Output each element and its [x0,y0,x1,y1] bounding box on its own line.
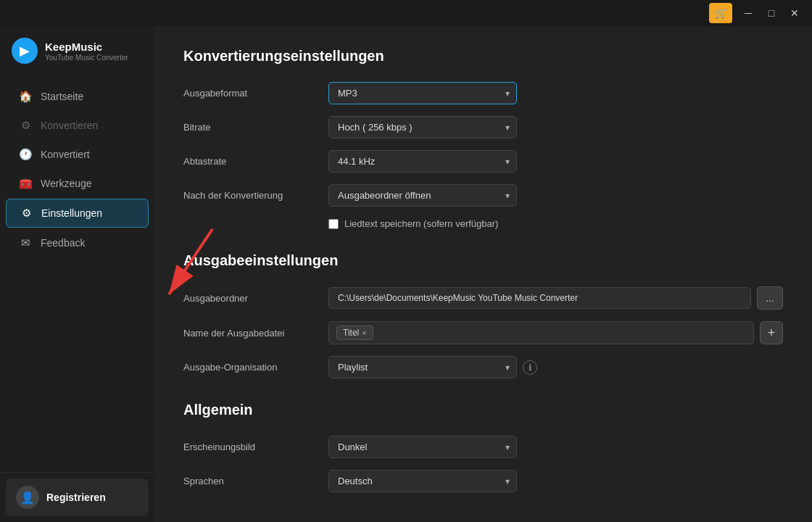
erscheinungsbild-row: Erscheinungsbild Dunkel Hell ▾ [183,436,783,458]
tools-icon: 🧰 [19,177,32,190]
konvertierung-title: Konvertierungseinstellungen [183,48,783,65]
liedtext-control: Liedtext speichern (sofern verfügbar) [328,218,783,229]
erscheinungsbild-select[interactable]: Dunkel Hell [328,436,517,458]
sidebar-item-einstellungen[interactable]: ⚙ Einstellungen [6,199,149,228]
register-label: Registrieren [46,492,106,503]
ausgabeformat-row: Ausgabeformat MP3 AAC FLAC WAV OGG ▾ [183,82,783,104]
nach-konvertierung-row: Nach der Konvertierung Ausgabeordner öff… [183,184,783,207]
abtastrate-control: 44.1 kHz 48 kHz 96 kHz ▾ [328,150,783,173]
sidebar-item-werkzeuge[interactable]: 🧰 Werkzeuge [6,170,149,197]
ausgabe-title: Ausgabeeinstellungen [183,252,783,269]
allgemein-title: Allgemein [183,402,783,418]
nach-konvertierung-wrapper: Ausgabeordner öffnen Nichts tun Anwendun… [328,184,517,207]
app-title-group: KeepMusic YouTube Music Converter [45,41,128,62]
sidebar-item-konvertiert[interactable]: 🕐 Konvertiert [6,141,149,168]
settings-icon: ⚙ [20,207,33,220]
nach-konvertierung-control: Ausgabeordner öffnen Nichts tun Anwendun… [328,184,783,207]
sidebar-nav: 🏠 Startseite ⚙ Konvertieren 🕐 Konvertier… [0,78,154,472]
sprachen-row: Sprachen Deutsch English Français Españo… [183,470,783,492]
allgemein-settings: Erscheinungsbild Dunkel Hell ▾ Sprache [183,436,783,492]
liedtext-checkbox[interactable] [328,219,339,229]
organisation-info-icon[interactable]: ℹ [523,360,537,375]
browse-button[interactable]: ... [757,286,783,310]
tag-titel[interactable]: Titel × [336,326,373,340]
organisation-wrapper: Playlist Künstler Album Keine ▾ [328,356,517,378]
clock-icon: 🕐 [19,148,32,161]
ausgabeordner-control: ... [328,286,783,310]
bitrate-label: Bitrate [183,122,328,133]
erscheinungsbild-wrapper: Dunkel Hell ▾ [328,436,517,458]
app-subtitle: YouTube Music Converter [45,54,128,62]
abtastrate-row: Abtastrate 44.1 kHz 48 kHz 96 kHz ▾ [183,150,783,173]
name-datei-control: Titel × + [328,321,783,344]
register-button[interactable]: 👤 Registrieren [6,478,149,516]
cart-button[interactable]: 🛒 [709,3,732,23]
maximize-button[interactable]: □ [760,3,783,23]
abtastrate-select[interactable]: 44.1 kHz 48 kHz 96 kHz [328,150,517,173]
abtastrate-wrapper: 44.1 kHz 48 kHz 96 kHz ▾ [328,150,517,173]
tag-titel-text: Titel [343,328,359,338]
app-body: ▶ KeepMusic YouTube Music Converter 🏠 St… [0,26,812,522]
sidebar-header: ▶ KeepMusic YouTube Music Converter [0,26,154,78]
avatar: 👤 [16,486,39,509]
sprachen-control: Deutsch English Français Español ▾ [328,470,783,492]
sidebar-item-feedback[interactable]: ✉ Feedback [6,229,149,257]
sprachen-select[interactable]: Deutsch English Français Español [328,470,517,492]
organisation-row: Ausgabe-Organisation Playlist Künstler A… [183,356,783,378]
sidebar-label-konvertiert: Konvertiert [41,149,90,160]
tag-close-icon[interactable]: × [362,328,366,337]
ausgabeordner-row: Ausgabeordner ... [183,286,783,310]
ausgabeformat-label: Ausgabeformat [183,88,328,99]
liedtext-row: Liedtext speichern (sofern verfügbar) [183,218,783,229]
main-content: Konvertierungseinstellungen Ausgabeforma… [154,26,812,522]
bitrate-control: Hoch ( 256 kbps ) Standard ( 192 kbps ) … [328,116,783,138]
sidebar-label-startseite: Startseite [41,91,83,102]
bitrate-select[interactable]: Hoch ( 256 kbps ) Standard ( 192 kbps ) … [328,116,517,138]
sidebar-bottom: 👤 Registrieren [0,472,154,522]
name-datei-row: Name der Ausgabedatei Titel × + [183,321,783,344]
ausgabeformat-control: MP3 AAC FLAC WAV OGG ▾ [328,82,783,104]
home-icon: 🏠 [19,90,32,103]
organisation-label: Ausgabe-Organisation [183,362,328,373]
bitrate-wrapper: Hoch ( 256 kbps ) Standard ( 192 kbps ) … [328,116,517,138]
sprachen-wrapper: Deutsch English Français Español ▾ [328,470,517,492]
organisation-control: Playlist Künstler Album Keine ▾ ℹ [328,356,783,378]
ausgabeordner-input[interactable] [328,287,751,309]
konvertierung-settings: Ausgabeformat MP3 AAC FLAC WAV OGG ▾ [183,82,783,229]
ausgabeordner-label: Ausgabeordner [183,293,328,304]
sidebar-label-werkzeuge: Werkzeuge [41,178,92,189]
sidebar-label-einstellungen: Einstellungen [41,207,102,219]
app-name: KeepMusic [45,41,128,54]
mail-icon: ✉ [19,236,32,249]
add-tag-button[interactable]: + [760,321,783,344]
erscheinungsbild-control: Dunkel Hell ▾ [328,436,783,458]
nach-konvertierung-select[interactable]: Ausgabeordner öffnen Nichts tun Anwendun… [328,184,517,207]
name-datei-label: Name der Ausgabedatei [183,328,328,339]
liedtext-label[interactable]: Liedtext speichern (sofern verfügbar) [344,218,498,229]
erscheinungsbild-label: Erscheinungsbild [183,442,328,452]
sidebar-item-startseite[interactable]: 🏠 Startseite [6,83,149,110]
nach-konvertierung-label: Nach der Konvertierung [183,190,328,201]
konvertieren-icon: ⚙ [19,119,32,132]
allgemein-section: Allgemein Erscheinungsbild Dunkel Hell ▾ [183,402,783,492]
sidebar-label-feedback: Feedback [41,237,85,249]
bitrate-row: Bitrate Hoch ( 256 kbps ) Standard ( 192… [183,116,783,138]
ausgabe-settings: Ausgabeordner ... Name der Ausgabedatei … [183,286,783,378]
ausgabeformat-wrapper: MP3 AAC FLAC WAV OGG ▾ [328,82,517,104]
minimize-button[interactable]: ─ [737,3,760,23]
sidebar: ▶ KeepMusic YouTube Music Converter 🏠 St… [0,26,154,522]
abtastrate-label: Abtastrate [183,156,328,167]
titlebar: 🛒 ─ □ ✕ [0,0,812,26]
organisation-select[interactable]: Playlist Künstler Album Keine [328,356,517,378]
sidebar-item-konvertieren[interactable]: ⚙ Konvertieren [6,112,149,139]
close-button[interactable]: ✕ [783,3,806,23]
ausgabeformat-select[interactable]: MP3 AAC FLAC WAV OGG [328,82,517,104]
app-logo: ▶ [12,38,38,64]
sidebar-label-konvertieren: Konvertieren [41,120,98,131]
sprachen-label: Sprachen [183,476,328,486]
filename-tags-box[interactable]: Titel × [328,321,754,344]
